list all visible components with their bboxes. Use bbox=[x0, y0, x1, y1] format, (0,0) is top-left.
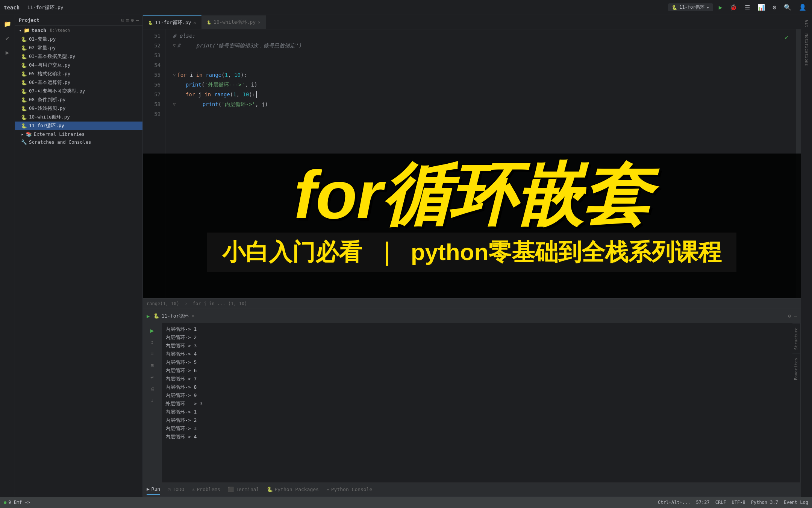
minimize-icon[interactable]: — bbox=[136, 17, 139, 23]
stop-button[interactable]: ↕ bbox=[145, 337, 159, 347]
tab-todo[interactable]: ☑ TODO bbox=[168, 484, 184, 494]
output-line: 内层循环-> 6 bbox=[165, 367, 789, 375]
output-line: 内层循环-> 9 bbox=[165, 391, 789, 400]
keyword: in bbox=[196, 70, 203, 80]
coverage-button[interactable]: ☰ bbox=[743, 3, 752, 12]
code-line-52: ▽ # print('账号密码输错3次，账号已被锁定') bbox=[173, 41, 796, 50]
code-comment: # print('账号密码输错3次，账号已被锁定') bbox=[177, 41, 301, 50]
structure-tab[interactable]: Structure bbox=[792, 323, 800, 354]
git-tab[interactable]: Git bbox=[803, 17, 810, 30]
tab-for-loop[interactable]: 🐍 11-for循环.py ✕ bbox=[143, 15, 201, 29]
list-item[interactable]: 🐍 04-与用户交互.py bbox=[15, 61, 142, 70]
list-item[interactable]: 🐍 10-while循环.py bbox=[15, 113, 142, 122]
run-button[interactable]: ▶ bbox=[717, 3, 724, 12]
sidebar-item-commit[interactable]: ✔ bbox=[1, 31, 14, 45]
favorites-tab[interactable]: Favorites bbox=[792, 354, 800, 384]
settings-icon[interactable]: ⚙ bbox=[788, 313, 791, 319]
file-label: 05-格式化输出.py bbox=[29, 71, 70, 77]
overlay-subtitle: 小白入门必看 ｜ python零基础到全栈系列课程 bbox=[207, 233, 737, 272]
run-panel: ▶ ↕ ≡ ⊟ ↩ 🖨 ↓ 内层循环-> 1 内层循环-> 2 内层循环-> 3… bbox=[143, 323, 801, 482]
print-icon[interactable]: 🖨 bbox=[145, 383, 159, 394]
file-label: 03-基本数据类型.py bbox=[29, 53, 75, 60]
list-item[interactable]: 🐍 05-格式化输出.py bbox=[15, 70, 142, 78]
terminal-icon: ⬛ bbox=[228, 487, 234, 492]
python-console-icon: » bbox=[326, 487, 329, 492]
tab-python-console[interactable]: » Python Console bbox=[326, 484, 372, 494]
list-item[interactable]: 🐍 06-基本运算符.py bbox=[15, 78, 142, 87]
string: '内层循环->' bbox=[221, 99, 255, 109]
tab-while-loop[interactable]: 🐍 10-while循环.py ✕ bbox=[201, 15, 266, 29]
event-log[interactable]: Event Log bbox=[784, 500, 808, 505]
code-editor[interactable]: 51 52 53 54 55 56 57 58 59 # else: ▽ # p… bbox=[143, 29, 801, 298]
variable: i bbox=[190, 70, 193, 80]
filter-icon[interactable]: ≡ bbox=[145, 348, 159, 359]
list-item[interactable]: 🐍 07-可变与不可变类型.py bbox=[15, 87, 142, 96]
python-packages-icon: 🐍 bbox=[267, 487, 273, 492]
string: '外层循环--->' bbox=[205, 80, 245, 90]
profile-button[interactable]: 📊 bbox=[756, 3, 767, 12]
gear-icon[interactable]: ⚙ bbox=[131, 17, 134, 23]
py-icon: 🐍 bbox=[21, 123, 27, 129]
search-button[interactable]: 🔍 bbox=[782, 3, 793, 12]
debug-button[interactable]: 🐞 bbox=[728, 3, 739, 12]
run-config-selector[interactable]: 🐍 11-for循环 ▾ bbox=[668, 3, 713, 11]
settings-button[interactable]: ⚙ bbox=[771, 3, 778, 12]
output-line: 内层循环-> 3 bbox=[165, 342, 789, 350]
scratches-consoles-item[interactable]: 🔧 Scratches and Consoles bbox=[15, 138, 142, 146]
scratch-icon: 🔧 bbox=[21, 139, 27, 145]
close-icon[interactable]: ✕ bbox=[193, 20, 196, 25]
left-edge-tabs: Structure Favorites bbox=[792, 323, 801, 482]
fold-icon[interactable]: ▽ bbox=[173, 41, 176, 50]
close-icon[interactable]: ✕ bbox=[192, 313, 194, 318]
libs-icon: 📚 bbox=[26, 131, 32, 137]
top-bar: teach 11-for循环.py 🐍 11-for循环 ▾ ▶ 🐞 ☰ 📊 ⚙… bbox=[0, 0, 812, 15]
tab-terminal[interactable]: ⬛ Terminal bbox=[228, 484, 259, 494]
list-item-active[interactable]: 🐍 11-for循环.py bbox=[15, 122, 142, 130]
list-item[interactable]: 🐍 01-变量.py bbox=[15, 35, 142, 44]
file-tree-toolbar: ⊟ ≡ ⚙ — bbox=[121, 17, 139, 23]
fold-icon[interactable]: ▽ bbox=[173, 70, 176, 80]
sidebar-item-project[interactable]: 📁 bbox=[1, 17, 14, 30]
right-side-tabs: Git Notifications bbox=[801, 15, 812, 497]
output-line: 外层循环---> 3 bbox=[165, 400, 789, 408]
file-label: 11-for循环.py bbox=[29, 123, 64, 129]
collapse-all-icon[interactable]: ⊟ bbox=[121, 17, 124, 23]
tab-python-packages[interactable]: 🐍 Python Packages bbox=[267, 484, 319, 494]
problems-icon: ⚠ bbox=[192, 487, 195, 492]
tab-run[interactable]: ▶ Run bbox=[147, 484, 160, 495]
main-layout: 📁 ✔ ▶ Project ⊟ ≡ ⚙ — ▾ 📁 teach D:\teach… bbox=[0, 15, 812, 497]
file-label: 04-与用户交互.py bbox=[29, 62, 70, 68]
minimize-icon[interactable]: — bbox=[794, 313, 797, 319]
list-item[interactable]: 🐍 02-常量.py bbox=[15, 44, 142, 52]
tab-problems-label: Problems bbox=[197, 487, 220, 492]
output-line: 内层循环-> 4 bbox=[165, 433, 789, 441]
sidebar-item-run[interactable]: ▶ bbox=[1, 46, 14, 59]
scroll-icon[interactable]: ↓ bbox=[145, 395, 159, 406]
variable: i bbox=[251, 80, 254, 90]
keyword: for bbox=[186, 90, 195, 99]
close-icon[interactable]: ✕ bbox=[258, 20, 261, 25]
py-icon: 🐍 bbox=[21, 106, 27, 111]
list-item[interactable]: 🐍 03-基本数据类型.py bbox=[15, 52, 142, 61]
tab-problems[interactable]: ⚠ Problems bbox=[192, 484, 220, 494]
run-tab-right: ⚙ — bbox=[788, 313, 797, 319]
external-libraries-item[interactable]: ▸ 📚 External Libraries bbox=[15, 130, 142, 138]
tree-root[interactable]: ▾ 📁 teach D:\teach bbox=[15, 26, 142, 35]
user-icon: 👤 bbox=[797, 3, 808, 12]
code-line-54 bbox=[173, 60, 796, 70]
clear-icon[interactable]: ⊟ bbox=[145, 360, 159, 371]
expand-all-icon[interactable]: ≡ bbox=[126, 17, 129, 23]
output-line: 内层循环-> 1 bbox=[165, 325, 789, 333]
notifications-tab[interactable]: Notifications bbox=[803, 30, 810, 69]
fold-icon[interactable]: ▽ bbox=[173, 99, 176, 109]
number: 10 bbox=[234, 70, 241, 80]
subtitle-right: python零基础到全栈系列课程 bbox=[411, 239, 722, 265]
wrap-icon[interactable]: ↩ bbox=[145, 372, 159, 382]
py-icon: 🐍 bbox=[21, 54, 27, 59]
file-label: 02-常量.py bbox=[29, 45, 56, 51]
run-again-button[interactable]: ▶ bbox=[145, 325, 159, 336]
root-label: teach bbox=[32, 27, 46, 33]
run-sidebar: ▶ ↕ ≡ ⊟ ↩ 🖨 ↓ bbox=[143, 323, 162, 482]
list-item[interactable]: 🐍 09-浅浅拷贝.py bbox=[15, 104, 142, 113]
list-item[interactable]: 🐍 08-条件判断.py bbox=[15, 96, 142, 104]
